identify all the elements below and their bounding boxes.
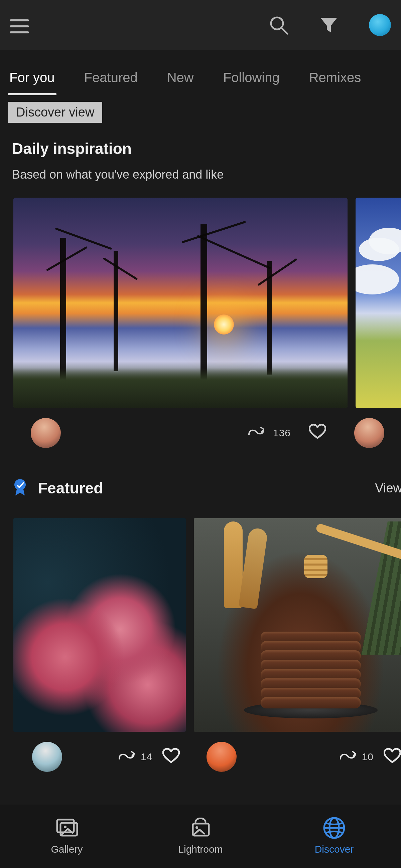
nav-gallery[interactable]: Gallery bbox=[0, 805, 134, 868]
hamburger-icon bbox=[10, 19, 29, 33]
featured-carousel[interactable] bbox=[0, 498, 401, 732]
svg-point-7 bbox=[196, 826, 198, 829]
search-button[interactable] bbox=[269, 15, 289, 35]
featured-meta-row: 14 10 bbox=[0, 732, 401, 772]
tab-following[interactable]: Following bbox=[222, 67, 281, 93]
featured-badge-icon bbox=[12, 478, 28, 498]
globe-icon bbox=[322, 817, 346, 838]
svg-point-5 bbox=[64, 826, 66, 828]
like-button[interactable] bbox=[309, 424, 326, 442]
remix-count: 14 bbox=[141, 751, 152, 763]
gallery-icon bbox=[55, 817, 79, 838]
inspiration-card[interactable] bbox=[13, 198, 347, 408]
nav-lightroom[interactable]: Lightroom bbox=[134, 805, 267, 868]
author-avatar-peek[interactable] bbox=[354, 418, 384, 448]
nav-discover[interactable]: Discover bbox=[267, 805, 401, 868]
discover-tabs: For you Featured New Following Remixes bbox=[0, 50, 401, 93]
tab-for-you[interactable]: For you bbox=[8, 67, 56, 93]
author-avatar[interactable] bbox=[31, 418, 61, 448]
remix-count: 10 bbox=[362, 751, 374, 763]
nav-label: Lightroom bbox=[178, 844, 223, 855]
svg-point-0 bbox=[271, 18, 283, 29]
discover-view-chip: Discover view bbox=[8, 102, 102, 123]
search-icon bbox=[269, 15, 289, 35]
nav-label: Discover bbox=[315, 844, 354, 855]
featured-card[interactable] bbox=[194, 518, 401, 732]
featured-card[interactable] bbox=[13, 518, 186, 732]
hamburger-menu-button[interactable] bbox=[10, 19, 29, 33]
remix-icon bbox=[118, 749, 135, 764]
remix-icon bbox=[339, 749, 356, 764]
tab-remixes[interactable]: Remixes bbox=[308, 67, 363, 93]
profile-avatar[interactable] bbox=[369, 14, 391, 36]
section-title: Featured bbox=[38, 479, 103, 497]
featured-section-header: Featured View bbox=[0, 448, 401, 498]
section-title: Daily inspiration bbox=[12, 140, 389, 158]
lightroom-icon bbox=[188, 817, 213, 838]
author-avatar[interactable] bbox=[206, 742, 237, 772]
remix-count: 136 bbox=[273, 427, 291, 439]
filter-icon bbox=[319, 15, 339, 35]
bottom-navigation: Gallery Lightroom Discover bbox=[0, 805, 401, 868]
inspiration-card-peek[interactable] bbox=[355, 198, 401, 408]
view-all-link[interactable]: View bbox=[375, 481, 401, 495]
daily-inspiration-carousel[interactable] bbox=[0, 198, 401, 408]
tab-new[interactable]: New bbox=[166, 67, 195, 93]
tab-featured[interactable]: Featured bbox=[83, 67, 139, 93]
inspiration-meta: 136 bbox=[0, 408, 401, 448]
author-avatar[interactable] bbox=[32, 742, 62, 772]
active-tab-underline bbox=[8, 93, 56, 95]
top-toolbar bbox=[0, 0, 401, 50]
like-button[interactable] bbox=[383, 748, 401, 766]
section-subtitle: Based on what you've explored and like bbox=[12, 167, 389, 182]
nav-label: Gallery bbox=[51, 844, 83, 855]
like-button[interactable] bbox=[163, 748, 180, 766]
svg-line-1 bbox=[282, 28, 287, 34]
filter-button[interactable] bbox=[319, 15, 339, 35]
daily-inspiration-section: Daily inspiration Based on what you've e… bbox=[0, 123, 401, 182]
svg-point-2 bbox=[15, 479, 26, 490]
remix-icon bbox=[248, 425, 265, 441]
